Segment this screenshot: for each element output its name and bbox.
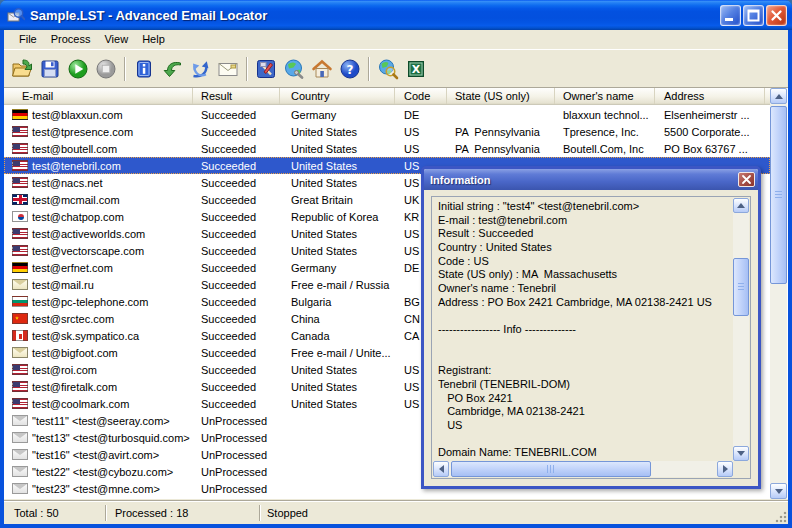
cell-email: test@firetalk.com: [4, 378, 193, 395]
popup-titlebar: Information: [424, 169, 758, 190]
start-button[interactable]: [64, 55, 92, 83]
popup-text-line: E-mail : test@tenebril.com: [438, 214, 732, 228]
tools-button[interactable]: [252, 55, 280, 83]
home-button[interactable]: [308, 55, 336, 83]
scroll-up-button[interactable]: [733, 198, 749, 213]
svg-text:X: X: [412, 63, 421, 76]
popup-title: Information: [430, 174, 738, 186]
cell-result: UnProcessed: [193, 446, 280, 463]
envelope-icon: [12, 279, 28, 290]
cell-owner: Tpresence, Inc.: [555, 123, 655, 140]
scroll-left-button[interactable]: [433, 461, 449, 477]
menu-view[interactable]: View: [97, 31, 135, 48]
menu-help[interactable]: Help: [135, 31, 172, 48]
cell-result: Succeeded: [193, 191, 280, 208]
scroll-right-button[interactable]: [717, 461, 733, 477]
popup-horizontal-scrollbar[interactable]: [433, 461, 733, 477]
scroll-down-button[interactable]: [733, 446, 749, 461]
web-options-button[interactable]: [280, 55, 308, 83]
svg-text:?: ?: [347, 62, 354, 76]
excel-export-icon: X: [405, 58, 427, 80]
popup-text-line: State (US only) : MA Massachusetts: [438, 268, 732, 282]
cell-email: test@nacs.net: [4, 174, 193, 191]
open-button[interactable]: [8, 55, 36, 83]
column-header-code[interactable]: Code: [395, 88, 447, 104]
scrollbar-thumb[interactable]: [451, 461, 651, 477]
cell-country: Germany: [280, 106, 395, 123]
scroll-up-button[interactable]: [770, 88, 787, 104]
help-button[interactable]: ?: [336, 55, 364, 83]
save-icon: [39, 58, 61, 80]
column-header-email[interactable]: E-mail: [4, 88, 193, 104]
cell-result: UnProcessed: [193, 463, 280, 480]
column-header-address[interactable]: Address: [655, 88, 765, 104]
resize-grip[interactable]: [774, 510, 787, 523]
menu-process[interactable]: Process: [44, 31, 98, 48]
cell-country: United States: [280, 140, 395, 157]
cell-email: test@coolmark.com: [4, 395, 193, 412]
cell-email: test@chatpop.com: [4, 208, 193, 225]
germany-flag: [12, 262, 28, 273]
toolbar: ? X: [4, 49, 788, 87]
cell-code: DE: [395, 106, 447, 123]
cell-country: [280, 463, 395, 480]
cell-country: Free e-mail / Russia: [280, 276, 395, 293]
scrollbar-thumb[interactable]: [733, 258, 749, 316]
scrollbar-thumb[interactable]: [770, 106, 787, 284]
cell-owner: Boutell.Com, Inc: [555, 140, 655, 157]
cell-country: [280, 429, 395, 446]
column-header-result[interactable]: Result: [193, 88, 280, 104]
column-header-country[interactable]: Country: [280, 88, 395, 104]
popup-body: Initial string : "test4" <test@tenebril.…: [424, 190, 758, 486]
popup-text: Initial string : "test4" <test@tenebril.…: [438, 200, 732, 461]
envelope-gray-icon: [12, 483, 28, 494]
us-flag: [12, 160, 28, 171]
extract-button[interactable]: [158, 55, 186, 83]
popup-vertical-scrollbar[interactable]: [733, 198, 749, 461]
cell-owner: blaxxun technol...: [555, 106, 655, 123]
envelope-gray-icon: [12, 466, 28, 477]
popup-text-line: ----------------- Info --------------: [438, 323, 732, 337]
table-row[interactable]: test@blaxxun.comSucceededGermanyDEblaxxu…: [4, 106, 770, 123]
info-button[interactable]: [130, 55, 158, 83]
cell-email: test@sk.sympatico.ca: [4, 327, 193, 344]
maximize-button[interactable]: [743, 5, 764, 26]
help-icon: ?: [339, 58, 361, 80]
popup-text-line: Address : PO Box 2421 Cambridge, MA 0213…: [438, 296, 732, 310]
popup-text-line: [438, 351, 732, 365]
save-button[interactable]: [36, 55, 64, 83]
stop-button[interactable]: [92, 55, 120, 83]
message-button[interactable]: [214, 55, 242, 83]
cell-result: Succeeded: [193, 293, 280, 310]
scroll-down-button[interactable]: [770, 483, 787, 499]
process-button[interactable]: [186, 55, 214, 83]
excel-export-button[interactable]: X: [402, 55, 430, 83]
column-header-owner[interactable]: Owner's name: [555, 88, 655, 104]
popup-text-line: US: [438, 419, 732, 433]
cell-result: Succeeded: [193, 310, 280, 327]
cell-email: test@blaxxun.com: [4, 106, 193, 123]
table-row[interactable]: test@tpresence.comSucceededUnited States…: [4, 123, 770, 140]
minimize-button[interactable]: [720, 5, 741, 26]
column-header-state[interactable]: State (US only): [447, 88, 555, 104]
cell-address: 5500 Corporate...: [655, 123, 765, 140]
stop-icon: [95, 58, 117, 80]
us-flag: [12, 177, 28, 188]
close-button[interactable]: [766, 5, 787, 26]
table-row[interactable]: test@boutell.comSucceededUnited StatesUS…: [4, 140, 770, 157]
menu-file[interactable]: File: [12, 31, 44, 48]
popup-close-button[interactable]: [738, 172, 755, 187]
cell-country: United States: [280, 157, 395, 174]
cell-country: United States: [280, 174, 395, 191]
popup-text-box: Initial string : "test4" <test@tenebril.…: [431, 196, 751, 479]
cell-result: UnProcessed: [193, 429, 280, 446]
web-search-button[interactable]: [374, 55, 402, 83]
cell-result: Succeeded: [193, 225, 280, 242]
us-flag: [12, 143, 28, 154]
status-state: Stopped: [261, 507, 788, 519]
email-search-icon: [7, 6, 25, 24]
cell-email: test@pc-telephone.com: [4, 293, 193, 310]
list-vertical-scrollbar[interactable]: [770, 88, 787, 499]
cell-result: Succeeded: [193, 378, 280, 395]
popup-text-line: Registrant:: [438, 364, 732, 378]
